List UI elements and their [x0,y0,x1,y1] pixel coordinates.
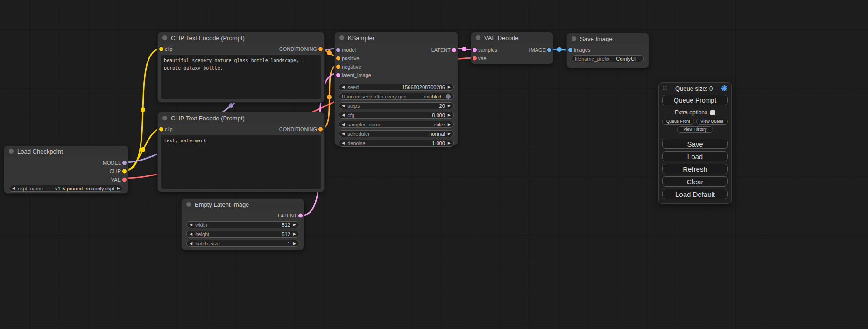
clip-output-port[interactable] [122,169,127,174]
negative-input-port[interactable] [336,65,340,69]
slot-label: VAE [111,177,121,182]
latent-image-input-port[interactable] [336,73,340,77]
save-button[interactable]: Save [662,139,728,149]
latent-output-port[interactable] [298,214,303,218]
clip-input-port[interactable] [159,47,163,51]
load-default-button[interactable]: Load Default [662,189,728,199]
random-seed-toggle-widget[interactable]: Random seed after every gen enabled [339,93,454,100]
collapse-dot-icon[interactable] [162,116,167,120]
queue-prompt-button[interactable]: Queue Prompt [662,95,728,105]
batch-size-widget[interactable]: ◀ batch_size 1 ▶ [186,240,299,247]
decrement-arrow-icon[interactable]: ◀ [190,232,192,236]
steps-widget[interactable]: ◀ steps 20 ▶ [339,102,454,109]
queue-front-button[interactable]: Queue Front [662,119,694,125]
image-output-port[interactable] [547,48,551,52]
node-title-bar[interactable]: Empty Latent Image [182,199,304,210]
increment-arrow-icon[interactable]: ▶ [448,85,451,89]
increment-arrow-icon[interactable]: ▶ [448,132,451,136]
node-title-bar[interactable]: CLIP Text Encode (Prompt) [158,112,324,124]
clip-input-port[interactable] [159,127,163,132]
node-title-bar[interactable]: Load Checkpoint [4,146,128,157]
width-widget[interactable]: ◀ width 512 ▶ [186,221,299,228]
extra-options-checkbox[interactable] [710,110,715,115]
view-queue-button[interactable]: View Queue [696,119,728,125]
samples-input-port[interactable] [473,48,477,52]
node-title-bar[interactable]: Save Image [567,33,649,44]
refresh-button[interactable]: Refresh [662,164,728,174]
increment-arrow-icon[interactable]: ▶ [448,104,451,108]
filename-prefix-widget[interactable]: filename_prefix ComfyUI [572,55,644,62]
increment-arrow-icon[interactable]: ▶ [293,223,296,227]
node-title-bar[interactable]: VAE Decode [471,32,553,43]
toggle-dot-icon[interactable] [446,94,451,99]
widget-value: 1.000 [432,140,445,146]
ckpt-name-widget[interactable]: ◀ ckpt_name v1-5-pruned-emaonly.ckpt ▶ [9,185,123,192]
widget-value: euler [433,122,445,127]
decrement-arrow-icon[interactable]: ◀ [190,223,192,227]
images-input-port[interactable] [568,48,572,52]
node-clip-text-encode-positive[interactable]: CLIP Text Encode (Prompt) clip CONDITION… [157,32,325,103]
node-graph-canvas[interactable]: Load Checkpoint MODEL CLIP VAE ◀ ckpt_na… [0,0,868,329]
positive-prompt-textarea[interactable]: beautiful scenery nature glass bottle la… [161,55,321,99]
node-load-checkpoint[interactable]: Load Checkpoint MODEL CLIP VAE ◀ ckpt_na… [4,145,128,194]
denoise-widget[interactable]: ◀ denoise 1.000 ▶ [339,140,454,147]
decrement-arrow-icon[interactable]: ◀ [342,104,345,108]
decrement-arrow-icon[interactable]: ◀ [342,132,345,136]
conditioning-output-port[interactable] [318,127,323,132]
increment-arrow-icon[interactable]: ▶ [293,242,296,245]
node-empty-latent-image[interactable]: Empty Latent Image LATENT ◀ width 512 ▶ … [181,198,304,250]
node-title-bar[interactable]: CLIP Text Encode (Prompt) [158,32,324,43]
slot-label: CONDITIONING [279,46,317,52]
node-title: Load Checkpoint [17,148,63,155]
decrement-arrow-icon[interactable]: ◀ [342,85,345,89]
load-button[interactable]: Load [662,151,728,161]
clear-button[interactable]: Clear [662,176,728,187]
node-save-image[interactable]: Save Image images filename_prefix ComfyU… [566,33,649,68]
collapse-dot-icon[interactable] [9,149,14,154]
vae-output-port[interactable] [122,178,127,182]
increment-arrow-icon[interactable]: ▶ [448,113,451,117]
wire-midpoint-dot [327,95,332,99]
node-title-bar[interactable]: KSampler [335,32,458,43]
latent-output-port[interactable] [452,48,456,52]
model-input-port[interactable] [336,48,340,52]
sampler-name-widget[interactable]: ◀ sampler_name euler ▶ [339,121,454,128]
collapse-dot-icon[interactable] [476,35,480,40]
cfg-widget[interactable]: ◀ cfg 8.000 ▶ [339,112,454,119]
node-ksampler[interactable]: KSampler model LATENT positive negative … [334,32,458,146]
decrement-arrow-icon[interactable]: ◀ [342,123,345,126]
settings-gear-icon[interactable] [721,85,727,91]
collapse-dot-icon[interactable] [339,35,344,40]
increment-arrow-icon[interactable]: ▶ [448,141,451,145]
vae-input-port[interactable] [473,56,477,61]
drag-handle-icon[interactable] [663,85,667,91]
queue-size-label: Queue size: 0 [669,85,719,92]
view-history-button[interactable]: View History [677,126,713,133]
widget-label: width [195,222,207,228]
scheduler-widget[interactable]: ◀ scheduler normal ▶ [339,130,454,137]
slot-label: CONDITIONING [279,126,317,132]
increment-arrow-icon[interactable]: ▶ [293,232,296,236]
increment-arrow-icon[interactable]: ▶ [448,123,451,126]
slot-label: clip [165,46,173,52]
wire-midpoint-dot [462,47,466,51]
decrement-arrow-icon[interactable]: ◀ [12,187,15,190]
decrement-arrow-icon[interactable]: ◀ [342,113,345,117]
seed-widget[interactable]: ◀ seed 156680208700286 ▶ [339,84,454,91]
negative-prompt-textarea[interactable]: text, watermark [161,135,321,189]
collapse-dot-icon[interactable] [572,36,576,41]
decrement-arrow-icon[interactable]: ◀ [342,141,345,145]
model-output-port[interactable] [122,161,127,165]
collapse-dot-icon[interactable] [162,35,167,40]
node-clip-text-encode-negative[interactable]: CLIP Text Encode (Prompt) clip CONDITION… [157,112,325,192]
widget-label: denoise [347,140,366,146]
input-slot-latent-image: latent_image [335,71,458,79]
decrement-arrow-icon[interactable]: ◀ [190,242,192,245]
height-widget[interactable]: ◀ height 512 ▶ [186,231,299,238]
output-slot-clip: CLIP [4,167,128,175]
node-vae-decode[interactable]: VAE Decode samples IMAGE vae [471,32,553,64]
collapse-dot-icon[interactable] [186,202,191,207]
increment-arrow-icon[interactable]: ▶ [117,187,120,190]
conditioning-output-port[interactable] [318,47,323,51]
positive-input-port[interactable] [336,56,340,61]
